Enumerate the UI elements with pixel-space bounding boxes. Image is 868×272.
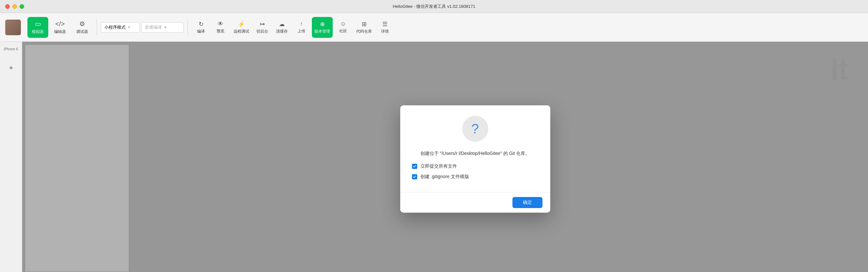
confirm-button[interactable]: 确定 xyxy=(513,197,542,208)
compile-selector[interactable]: 普通编译 ▾ xyxy=(141,22,184,33)
remote-debug-button[interactable]: ⚡ 远程调试 xyxy=(231,17,252,38)
mode-selector[interactable]: 小程序模式 ▾ xyxy=(101,22,140,33)
dialog-option-2[interactable]: 创建 .gitignore 文件模版 xyxy=(412,174,538,180)
simulator-button[interactable]: ▭ 模拟器 xyxy=(27,17,48,38)
preview-button[interactable]: 👁 预览 xyxy=(211,17,230,38)
code-repo-button[interactable]: ⊞ 代码仓库 xyxy=(353,17,374,38)
option1-label: 立即提交所有文件 xyxy=(421,163,457,169)
checkbox-gitignore[interactable] xyxy=(412,174,417,179)
checkbox-commit-all[interactable] xyxy=(412,164,417,169)
avatar[interactable] xyxy=(5,20,21,35)
sidebar: iPhone 6 xyxy=(0,42,22,272)
remote-debug-icon: ⚡ xyxy=(238,21,245,28)
version-button[interactable]: ⊕ 版本管理 xyxy=(312,17,333,38)
main-area: iPhone 6 It ? 创建位于 "/Users/r l/Desktop/H… xyxy=(0,42,868,272)
dialog-question-icon: ? xyxy=(471,122,479,136)
option2-label: 创建 .gitignore 文件模版 xyxy=(421,174,469,180)
code-repo-icon: ⊞ xyxy=(362,21,367,28)
debugger-icon: ⚙ xyxy=(79,20,85,28)
device-dot xyxy=(10,66,12,69)
cut-to-bg-button[interactable]: ↦ 切后台 xyxy=(253,17,271,38)
maximize-button[interactable] xyxy=(20,4,24,9)
close-button[interactable] xyxy=(5,4,10,9)
toolbar-right: ↻ 编译 👁 预览 ⚡ 远程调试 ↦ 切后台 ☁ 清缓存 ↑ 上传 ⊕ 版本管理 xyxy=(192,17,394,38)
dialog-footer: 确定 xyxy=(400,192,550,213)
compile-button[interactable]: ↻ 编译 xyxy=(192,17,210,38)
details-button[interactable]: ☰ 详情 xyxy=(376,17,394,38)
compile-icon: ↻ xyxy=(199,21,204,28)
upload-button[interactable]: ↑ 上传 xyxy=(292,17,311,38)
community-button[interactable]: ☺ 社区 xyxy=(334,17,352,38)
details-icon: ☰ xyxy=(382,21,388,28)
mode-dropdown-arrow: ▾ xyxy=(128,25,130,29)
simulator-icon: ▭ xyxy=(35,20,41,28)
traffic-lights xyxy=(5,4,24,9)
compile-dropdown-arrow: ▾ xyxy=(164,25,167,30)
dialog-message: 创建位于 "/Users/r l/Desktop/HelloGitee" 的 G… xyxy=(412,150,538,157)
title-bar: HelloGitee - 微信开发者工具 v1.02.1808171 xyxy=(0,0,868,13)
cut-icon: ↦ xyxy=(260,21,265,28)
dialog-option-1[interactable]: 立即提交所有文件 xyxy=(412,163,538,169)
window-title: HelloGitee - 微信开发者工具 v1.02.1808171 xyxy=(393,4,475,9)
checkmark-icon xyxy=(413,165,416,168)
dialog-body: ? 创建位于 "/Users/r l/Desktop/HelloGitee" 的… xyxy=(400,105,550,192)
upload-icon: ↑ xyxy=(300,21,303,27)
clear-cache-button[interactable]: ☁ 清缓存 xyxy=(273,17,291,38)
community-icon: ☺ xyxy=(340,21,346,27)
toolbar: ▭ 模拟器 </> 编辑器 ⚙ 调试器 小程序模式 ▾ 普通编译 ▾ ↻ 编译 … xyxy=(0,13,868,42)
device-label: iPhone 6 xyxy=(4,47,18,51)
dialog: ? 创建位于 "/Users/r l/Desktop/HelloGitee" 的… xyxy=(400,105,550,213)
clear-icon: ☁ xyxy=(279,21,285,28)
separator-2 xyxy=(188,20,188,35)
content-area: It ? 创建位于 "/Users/r l/Desktop/HelloGitee… xyxy=(22,42,868,272)
checkmark-icon-2 xyxy=(413,175,416,178)
editor-icon: </> xyxy=(56,20,65,28)
dialog-icon-circle: ? xyxy=(462,116,488,142)
editor-button[interactable]: </> 编辑器 xyxy=(50,17,70,38)
debugger-button[interactable]: ⚙ 调试器 xyxy=(72,17,93,38)
version-icon: ⊕ xyxy=(320,21,325,28)
preview-icon: 👁 xyxy=(218,21,223,27)
separator-1 xyxy=(97,20,97,35)
minimize-button[interactable] xyxy=(12,4,17,9)
